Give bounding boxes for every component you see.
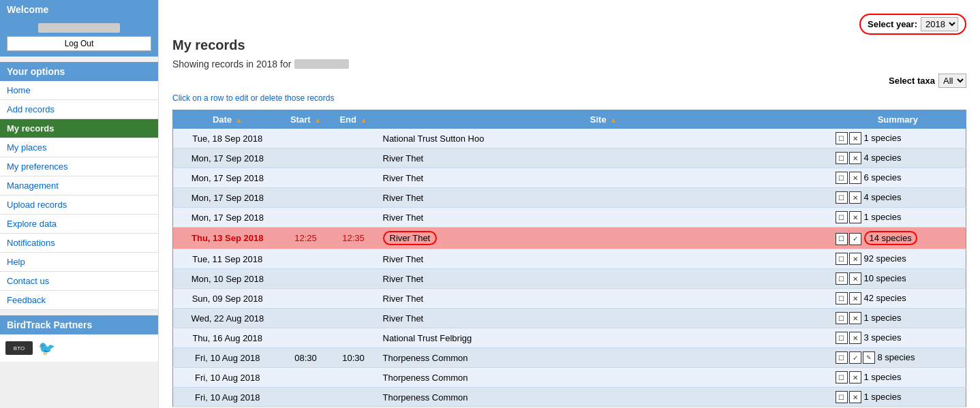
cell-site: Thorpeness Common xyxy=(378,388,830,407)
cell-date: Mon, 17 Sep 2018 xyxy=(173,148,282,168)
table-row[interactable]: Fri, 10 Aug 201808:3010:30Thorpeness Com… xyxy=(173,348,966,368)
delete-icon[interactable]: ✕ xyxy=(849,292,861,304)
action-icons: ☐✕ xyxy=(836,191,861,204)
cell-site: River Thet xyxy=(378,188,830,208)
view-icon[interactable]: ☐ xyxy=(836,172,848,184)
sidebar-item-upload-records[interactable]: Upload records xyxy=(0,195,158,215)
col-date: Date ▲ xyxy=(173,110,282,129)
table-row[interactable]: Thu, 16 Aug 2018National Trust Felbrigg☐… xyxy=(173,328,966,348)
action-icons: ☐✕ xyxy=(836,132,861,144)
cell-end xyxy=(330,168,378,188)
action-icons: ☐✓✎ xyxy=(836,351,875,364)
cell-summary: ☐✓✎8 species xyxy=(830,348,966,368)
rbn-logo: BTO xyxy=(5,341,33,355)
cell-start xyxy=(282,249,330,269)
delete-icon[interactable]: ✕ xyxy=(849,332,861,344)
action-icons: ☐✕ xyxy=(836,172,861,184)
taxa-label: Select taxa xyxy=(889,76,935,86)
table-row[interactable]: Thu, 13 Sep 201812:2512:35River Thet☐✓14… xyxy=(173,227,966,249)
cell-site: River Thet xyxy=(378,289,830,309)
view-icon[interactable]: ☐ xyxy=(836,191,848,204)
start-sort-icon[interactable]: ▲ xyxy=(314,116,321,124)
cell-site: River Thet xyxy=(378,309,830,328)
cell-end: 10:30 xyxy=(330,348,378,368)
delete-icon[interactable]: ✕ xyxy=(849,152,861,164)
table-row[interactable]: Mon, 17 Sep 2018River Thet☐✕4 species xyxy=(173,148,966,168)
table-row[interactable]: Fri, 10 Aug 2018Thorpeness Common☐✕1 spe… xyxy=(173,368,966,388)
view-icon[interactable]: ☐ xyxy=(836,391,848,403)
sidebar-item-notifications[interactable]: Notifications xyxy=(0,234,158,253)
view-icon[interactable]: ☐ xyxy=(836,351,848,364)
table-row[interactable]: Mon, 17 Sep 2018River Thet☐✕1 species xyxy=(173,208,966,227)
cell-end xyxy=(330,208,378,227)
table-row[interactable]: Sun, 09 Sep 2018River Thet☐✕42 species xyxy=(173,289,966,309)
delete-icon[interactable]: ✕ xyxy=(849,272,861,285)
delete-icon[interactable]: ✕ xyxy=(849,391,861,403)
date-sort-icon[interactable]: ▲ xyxy=(236,116,243,124)
cell-date: Thu, 16 Aug 2018 xyxy=(173,328,282,348)
cell-site: National Trust Sutton Hoo xyxy=(378,129,830,148)
cell-summary: ☐✕10 species xyxy=(830,269,966,289)
cell-start xyxy=(282,309,330,328)
delete-icon[interactable]: ✕ xyxy=(849,253,861,265)
action-icons: ☐✕ xyxy=(836,292,861,304)
cell-start xyxy=(282,208,330,227)
sidebar-item-explore-data[interactable]: Explore data xyxy=(0,215,158,234)
sidebar-item-home[interactable]: Home xyxy=(0,81,158,100)
table-row[interactable]: Mon, 10 Sep 2018River Thet☐✕10 species xyxy=(173,269,966,289)
sidebar-item-help[interactable]: Help xyxy=(0,253,158,272)
view-icon[interactable]: ☐ xyxy=(836,312,848,324)
edit-icon[interactable]: ✎ xyxy=(863,351,875,364)
top-controls-row: Select year: 2018 2017 2016 2015 xyxy=(172,14,966,35)
delete-icon[interactable]: ✕ xyxy=(849,172,861,184)
sidebar-item-contact-us[interactable]: Contact us xyxy=(0,272,158,291)
sidebar-item-management[interactable]: Management xyxy=(0,176,158,195)
view-icon[interactable]: ☐ xyxy=(836,152,848,164)
sidebar-item-add-records[interactable]: Add records xyxy=(0,100,158,119)
cell-summary: ☐✕4 species xyxy=(830,188,966,208)
year-select[interactable]: 2018 2017 2016 2015 xyxy=(921,17,958,31)
delete-icon[interactable]: ✕ xyxy=(849,312,861,324)
cell-site: National Trust Felbrigg xyxy=(378,328,830,348)
table-row[interactable]: Tue, 11 Sep 2018River Thet☐✕92 species xyxy=(173,249,966,269)
view-icon[interactable]: ☐ xyxy=(836,253,848,265)
showing-records: Showing records in 2018 for xyxy=(172,59,966,69)
year-select-wrapper: Select year: 2018 2017 2016 2015 xyxy=(859,14,966,35)
cell-start xyxy=(282,388,330,407)
taxa-select[interactable]: All xyxy=(938,74,966,88)
table-row[interactable]: Wed, 22 Aug 2018River Thet☐✕1 species xyxy=(173,309,966,328)
site-sort-icon[interactable]: ▲ xyxy=(610,116,617,124)
table-row[interactable]: Fri, 10 Aug 2018Thorpeness Common☐✕1 spe… xyxy=(173,388,966,407)
cell-end xyxy=(330,188,378,208)
view-icon[interactable]: ☐ xyxy=(836,371,848,383)
check-icon[interactable]: ✓ xyxy=(849,351,861,364)
sidebar-item-my-records[interactable]: My records xyxy=(0,119,158,138)
sidebar-item-feedback[interactable]: Feedback xyxy=(0,291,158,310)
view-icon[interactable]: ☐ xyxy=(836,272,848,285)
delete-icon[interactable]: ✕ xyxy=(849,371,861,383)
delete-icon[interactable]: ✕ xyxy=(849,211,861,223)
check-icon[interactable]: ✓ xyxy=(849,233,861,245)
cell-summary: ☐✕1 species xyxy=(830,208,966,227)
action-icons: ☐✕ xyxy=(836,371,861,383)
sidebar-item-my-places[interactable]: My places xyxy=(0,138,158,157)
logout-button[interactable]: Log Out xyxy=(7,36,151,51)
nav-menu: HomeAdd recordsMy recordsMy placesMy pre… xyxy=(0,81,158,310)
table-row[interactable]: Tue, 18 Sep 2018National Trust Sutton Ho… xyxy=(173,129,966,148)
view-icon[interactable]: ☐ xyxy=(836,233,848,245)
delete-icon[interactable]: ✕ xyxy=(849,191,861,204)
view-icon[interactable]: ☐ xyxy=(836,132,848,144)
cell-date: Tue, 18 Sep 2018 xyxy=(173,129,282,148)
table-row[interactable]: Mon, 17 Sep 2018River Thet☐✕6 species xyxy=(173,168,966,188)
cell-site: Thorpeness Common xyxy=(378,368,830,388)
delete-icon[interactable]: ✕ xyxy=(849,132,861,144)
action-icons: ☐✕ xyxy=(836,253,861,265)
action-icons: ☐✕ xyxy=(836,391,861,403)
end-sort-icon[interactable]: ▲ xyxy=(361,116,367,124)
cell-end xyxy=(330,328,378,348)
view-icon[interactable]: ☐ xyxy=(836,332,848,344)
view-icon[interactable]: ☐ xyxy=(836,292,848,304)
sidebar-item-my-preferences[interactable]: My preferences xyxy=(0,157,158,176)
table-row[interactable]: Mon, 17 Sep 2018River Thet☐✕4 species xyxy=(173,188,966,208)
view-icon[interactable]: ☐ xyxy=(836,211,848,223)
